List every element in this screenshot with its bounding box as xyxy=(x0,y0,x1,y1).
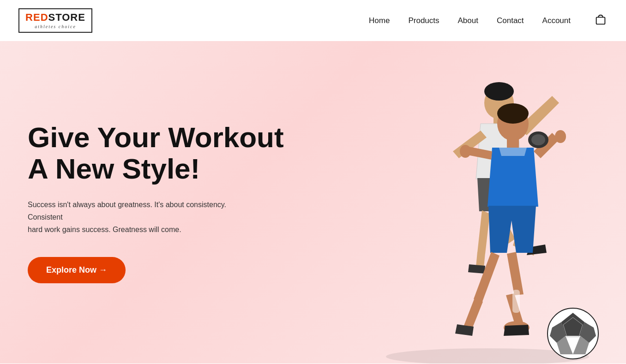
logo-brand-red: RED xyxy=(25,12,48,23)
hero-section: Give Your Workout A New Style! Success i… xyxy=(0,41,626,364)
svg-point-8 xyxy=(555,130,566,143)
header: REDSTORE athletes choice Home Products A… xyxy=(0,0,626,41)
logo[interactable]: REDSTORE athletes choice xyxy=(18,8,92,33)
svg-rect-0 xyxy=(596,17,605,24)
svg-point-3 xyxy=(484,82,514,101)
svg-point-19 xyxy=(531,134,545,145)
hero-athletes-illustration xyxy=(303,41,626,364)
svg-point-9 xyxy=(460,145,471,158)
svg-rect-11 xyxy=(512,290,520,313)
nav-item-account[interactable]: Account xyxy=(542,16,571,25)
nav-item-products[interactable]: Products xyxy=(408,16,439,25)
hero-subtitle: Success isn't always about greatness. It… xyxy=(28,198,249,236)
nav-item-contact[interactable]: Contact xyxy=(497,16,524,25)
logo-brand-dark: STORE xyxy=(48,12,85,23)
nav-item-home[interactable]: Home xyxy=(369,16,390,25)
logo-tagline: athletes choice xyxy=(35,24,76,29)
svg-rect-7 xyxy=(507,137,519,148)
main-nav: Home Products About Contact Account xyxy=(369,13,608,29)
hero-title: Give Your Workout A New Style! xyxy=(28,122,284,185)
nav-item-about[interactable]: About xyxy=(458,16,478,25)
explore-now-button[interactable]: Explore Now → xyxy=(28,257,126,283)
cart-icon[interactable] xyxy=(594,13,608,29)
hero-content: Give Your Workout A New Style! Success i… xyxy=(0,122,284,283)
svg-point-6 xyxy=(497,103,529,124)
